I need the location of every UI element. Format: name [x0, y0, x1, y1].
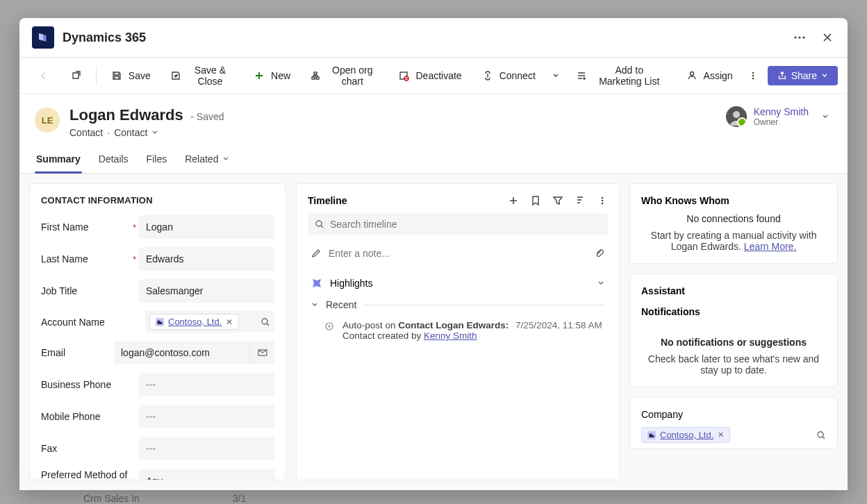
owner-field[interactable]: Kenny Smith Owner: [726, 106, 829, 127]
open-org-chart-button[interactable]: Open org chart: [302, 60, 386, 91]
firstname-label: First Name: [41, 221, 139, 233]
highlights-row[interactable]: Highlights: [308, 271, 608, 295]
org-chart-icon: [310, 69, 321, 82]
fax-label: Fax: [41, 443, 139, 454]
businessphone-input[interactable]: [139, 373, 274, 396]
timeline-note-input[interactable]: [329, 248, 587, 259]
firstname-input[interactable]: [139, 215, 274, 239]
chevron-down-icon: [311, 301, 319, 309]
notifications-hint: Check back later to see what's new and s…: [641, 353, 826, 376]
company-section: Company Contoso, Ltd. ✕: [629, 397, 838, 449]
account-chip[interactable]: Contoso, Ltd. ✕: [149, 314, 239, 330]
search-icon[interactable]: [261, 317, 270, 327]
svg-point-8: [752, 77, 754, 79]
notifications-title: Notifications: [641, 306, 826, 317]
dynamics-modal: Dynamics 365 Save Save & Close New: [19, 18, 848, 490]
mobilephone-input[interactable]: [139, 405, 274, 428]
owner-name: Kenny Smith: [754, 106, 809, 117]
chevron-down-icon: [222, 156, 229, 162]
chevron-down-icon: [821, 72, 828, 79]
timeline-filter-icon[interactable]: [552, 195, 563, 206]
assistant-title: Assistant: [641, 285, 826, 296]
preferredmethod-label: Preferred Method of Contact: [41, 469, 139, 480]
email-label: Email: [41, 347, 114, 358]
timeline-add-icon[interactable]: [508, 195, 519, 206]
svg-point-6: [752, 72, 754, 74]
connect-dropdown[interactable]: [547, 65, 565, 86]
form-name[interactable]: Contact: [114, 127, 147, 138]
save-button[interactable]: Save: [102, 65, 159, 86]
assign-icon: [686, 69, 698, 82]
deactivate-button[interactable]: Deactivate: [389, 65, 470, 86]
marketing-list-icon: [576, 69, 587, 82]
overflow-button[interactable]: [744, 65, 762, 86]
company-chip[interactable]: Contoso, Ltd. ✕: [641, 427, 730, 443]
timeline-search-input[interactable]: [330, 219, 601, 230]
who-hint: Start by creating a manual activity with…: [641, 230, 826, 252]
email-input[interactable]: [114, 341, 249, 364]
who-knows-whom-section: Who Knows Whom No connections found Star…: [629, 183, 838, 264]
svg-point-7: [752, 74, 754, 76]
app-logo-icon: [32, 26, 54, 49]
remove-chip-icon[interactable]: ✕: [718, 430, 724, 439]
timeline-search[interactable]: [308, 213, 608, 235]
businessphone-label: Business Phone: [41, 379, 139, 390]
accountname-label: Account Name: [41, 317, 145, 328]
timeline-post[interactable]: Auto-post on Contact Logan Edwards: 7/25…: [308, 314, 608, 344]
save-icon: [110, 69, 123, 82]
command-bar: Save Save & Close New Open org chart Dea…: [19, 58, 848, 94]
search-icon[interactable]: [816, 430, 826, 440]
tab-files[interactable]: Files: [145, 148, 169, 173]
svg-point-5: [690, 72, 693, 75]
chevron-down-icon: [550, 69, 562, 82]
chevron-down-icon[interactable]: [151, 129, 158, 136]
tab-details[interactable]: Details: [97, 148, 130, 173]
more-options-icon[interactable]: [792, 30, 807, 45]
company-title: Company: [641, 409, 826, 420]
email-action-icon[interactable]: [249, 341, 274, 364]
pencil-icon: [311, 248, 322, 259]
svg-point-12: [262, 319, 267, 324]
preferredmethod-input[interactable]: [139, 469, 274, 480]
separator: [96, 67, 97, 85]
close-icon[interactable]: [820, 30, 835, 45]
highlights-icon: [311, 277, 323, 289]
timeline-more-icon[interactable]: [597, 195, 608, 206]
record-save-status: - Saved: [190, 111, 224, 122]
attachment-icon[interactable]: [594, 248, 605, 259]
post-user-link[interactable]: Kenny Smith: [424, 330, 477, 341]
chevron-down-icon[interactable]: [597, 279, 605, 287]
who-title: Who Knows Whom: [641, 195, 826, 206]
connect-icon: [481, 69, 494, 82]
timeline-bookmark-icon[interactable]: [530, 195, 541, 206]
owner-role: Owner: [754, 117, 809, 127]
new-button[interactable]: New: [245, 65, 299, 86]
tab-related[interactable]: Related: [183, 148, 231, 173]
tab-summary[interactable]: Summary: [35, 148, 82, 173]
lastname-input[interactable]: [139, 247, 274, 271]
share-button[interactable]: Share: [768, 66, 838, 85]
record-name: Logan Edwards: [69, 106, 183, 124]
popout-button[interactable]: [61, 65, 90, 86]
chevron-down-icon[interactable]: [821, 112, 829, 121]
jobtitle-input[interactable]: [139, 279, 274, 303]
accountname-lookup[interactable]: Contoso, Ltd. ✕: [145, 311, 274, 333]
back-button[interactable]: [29, 65, 58, 86]
connect-button[interactable]: Connect: [473, 65, 544, 86]
save-close-icon: [170, 69, 181, 82]
who-empty: No connections found: [641, 213, 826, 224]
assistant-section: Assistant Notifications No notifications…: [629, 274, 838, 387]
fax-input[interactable]: [139, 437, 274, 460]
timeline-sort-icon[interactable]: [575, 195, 586, 206]
arrow-left-icon: [38, 69, 50, 82]
save-close-button[interactable]: Save & Close: [162, 60, 242, 91]
add-marketing-list-button[interactable]: Add to Marketing List: [568, 60, 675, 91]
remove-chip-icon[interactable]: ✕: [226, 317, 233, 327]
learn-more-link[interactable]: Learn More.: [744, 241, 796, 252]
svg-point-0: [794, 36, 796, 38]
svg-point-19: [329, 326, 331, 328]
recent-header[interactable]: Recent: [308, 295, 608, 314]
timeline-note-row[interactable]: [308, 242, 608, 264]
assign-button[interactable]: Assign: [677, 65, 741, 86]
plus-icon: [253, 69, 265, 82]
